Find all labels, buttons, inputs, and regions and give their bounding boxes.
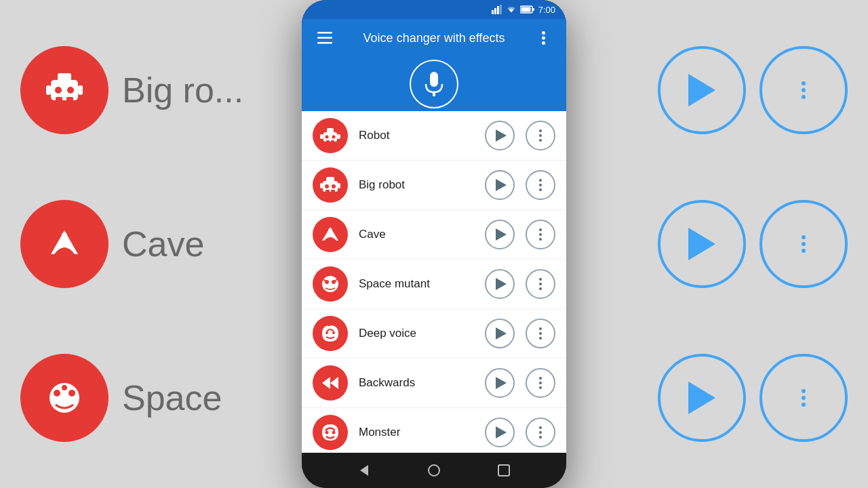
three-dots-icon (539, 278, 542, 290)
effect-icon-big-robot (313, 167, 348, 203)
svg-point-12 (62, 385, 67, 390)
svg-rect-22 (317, 42, 332, 44)
play-button-deep-voice[interactable] (485, 319, 515, 348)
play-button-big-robot[interactable] (485, 170, 515, 200)
svg-marker-55 (322, 377, 330, 389)
svg-point-40 (332, 184, 336, 188)
bg-icon-cave (20, 200, 108, 288)
effect-icon-monster (313, 415, 348, 450)
microphone-button[interactable] (410, 60, 458, 108)
svg-rect-30 (327, 128, 334, 133)
home-button[interactable] (419, 455, 449, 485)
svg-rect-36 (337, 134, 340, 139)
play-triangle-icon (496, 278, 507, 290)
more-button-cave[interactable] (526, 220, 555, 249)
svg-point-32 (332, 136, 336, 139)
navigation-bar (302, 453, 566, 488)
effect-name-space-mutant: Space mutant (359, 277, 474, 291)
play-triangle-icon (496, 327, 507, 340)
svg-rect-43 (320, 183, 323, 188)
svg-rect-38 (326, 177, 334, 182)
three-dots-icon (539, 129, 542, 142)
back-icon (357, 464, 371, 477)
more-button-backwards[interactable] (526, 368, 555, 398)
effect-icon-backwards (313, 365, 348, 401)
svg-point-10 (54, 390, 60, 396)
overflow-menu-button[interactable] (531, 26, 555, 50)
three-dots-icon (539, 377, 542, 389)
status-bar: 7:00 (302, 0, 566, 19)
effect-item-monster[interactable]: Monster (302, 408, 566, 453)
more-button-big-robot[interactable] (526, 170, 555, 200)
effect-name-big-robot: Big robot (359, 178, 474, 192)
svg-rect-44 (338, 183, 340, 188)
effect-item-robot[interactable]: Robot (302, 111, 566, 161)
bg-right-more-1 (760, 46, 848, 134)
back-button[interactable] (349, 455, 379, 485)
three-dots-icon (539, 327, 542, 340)
app-bar: Voice changer with effects (302, 19, 566, 57)
svg-point-53 (332, 331, 335, 334)
three-dots-icon (539, 179, 542, 191)
battery-icon (520, 5, 535, 14)
hamburger-menu-button[interactable] (313, 26, 337, 50)
svg-rect-27 (433, 92, 435, 96)
recents-icon (498, 464, 510, 476)
effect-item-backwards[interactable]: Backwards (302, 359, 566, 408)
effect-name-deep-voice: Deep voice (359, 327, 474, 340)
effect-name-backwards: Backwards (359, 376, 474, 390)
more-button-robot[interactable] (526, 121, 555, 150)
effect-icon-space-mutant (313, 266, 348, 302)
svg-rect-34 (331, 140, 334, 142)
play-triangle-icon (496, 129, 507, 142)
svg-marker-59 (360, 465, 368, 476)
svg-point-52 (326, 331, 328, 334)
three-dots-icon (539, 228, 542, 241)
play-button-backwards[interactable] (485, 368, 515, 398)
svg-point-24 (542, 37, 545, 40)
svg-point-3 (67, 87, 74, 94)
bg-right (583, 0, 868, 488)
svg-point-57 (326, 431, 329, 434)
phone-device: 7:00 Voice changer with effects (302, 0, 566, 488)
svg-point-11 (68, 390, 75, 396)
effect-name-robot: Robot (359, 129, 474, 142)
svg-point-23 (542, 31, 545, 35)
svg-point-25 (542, 41, 545, 45)
svg-rect-26 (430, 72, 438, 87)
wifi-icon (506, 5, 517, 14)
svg-marker-56 (330, 377, 338, 389)
effect-name-cave: Cave (359, 228, 474, 241)
svg-rect-21 (317, 37, 332, 39)
play-button-space-mutant[interactable] (485, 269, 515, 299)
svg-rect-1 (58, 73, 71, 81)
play-button-robot[interactable] (485, 121, 515, 150)
home-icon (427, 464, 441, 477)
more-button-monster[interactable] (526, 418, 555, 447)
svg-rect-33 (326, 140, 330, 142)
hamburger-icon (317, 32, 332, 44)
play-button-monster[interactable] (485, 418, 515, 447)
bg-icon-space (20, 354, 108, 442)
effect-item-cave[interactable]: Cave (302, 210, 566, 260)
recents-button[interactable] (489, 455, 519, 485)
play-button-cave[interactable] (485, 220, 515, 249)
microphone-icon (423, 72, 445, 96)
bg-right-more-3 (760, 354, 848, 442)
svg-rect-61 (498, 465, 509, 476)
more-button-deep-voice[interactable] (526, 319, 555, 348)
svg-rect-13 (492, 10, 494, 14)
effect-item-deep-voice[interactable]: Deep voice (302, 309, 566, 359)
more-button-space-mutant[interactable] (526, 269, 555, 299)
mic-area (302, 57, 566, 111)
status-time: 7:00 (538, 5, 555, 15)
svg-rect-6 (46, 85, 51, 95)
svg-point-2 (55, 87, 62, 94)
svg-point-60 (429, 465, 439, 476)
play-triangle-icon (496, 228, 507, 241)
effect-item-space-mutant[interactable]: Space mutant (302, 260, 566, 309)
app-title: Voice changer with effects (348, 31, 520, 45)
svg-rect-42 (331, 190, 335, 192)
bg-icon-robot (20, 46, 108, 134)
effect-item-big-robot[interactable]: Big robot (302, 161, 566, 210)
